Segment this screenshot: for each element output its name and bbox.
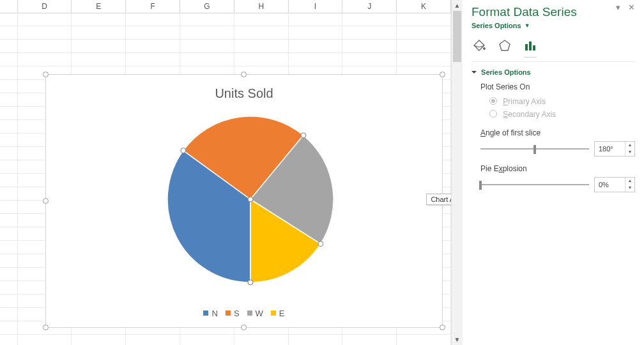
svg-point-2: [181, 148, 186, 153]
resize-handle-nw[interactable]: [43, 72, 49, 77]
vertical-scrollbar[interactable]: ▲ ▼: [451, 0, 463, 345]
spreadsheet-grid[interactable]: D E F G H I J K Units Sold NSWE Chart Ar…: [0, 0, 451, 345]
svg-rect-10: [529, 42, 532, 50]
col-header-j[interactable]: J: [342, 0, 397, 13]
pane-dropdown[interactable]: Series Options ▼: [463, 22, 644, 36]
primary-axis-label-tail: rimary Axis: [508, 97, 546, 106]
collapse-triangle-icon: [471, 71, 477, 73]
explosion-input[interactable]: 0% ▲▼: [594, 177, 635, 192]
col-header-f[interactable]: F: [126, 0, 180, 13]
resize-handle-sw[interactable]: [43, 325, 49, 330]
col-header-h[interactable]: H: [234, 0, 289, 13]
chart-title[interactable]: Units Sold: [46, 86, 442, 101]
legend-swatch: [271, 310, 276, 316]
pane-divider: [471, 61, 635, 62]
col-header-k[interactable]: K: [397, 0, 451, 13]
slider-thumb[interactable]: [533, 145, 536, 154]
spinner[interactable]: ▲▼: [625, 142, 634, 156]
chart-area[interactable]: Units Sold NSWE Chart Area: [45, 74, 443, 328]
spinner[interactable]: ▲▼: [625, 178, 634, 192]
legend-label: S: [234, 309, 240, 318]
svg-marker-8: [500, 40, 510, 50]
svg-rect-9: [525, 44, 528, 50]
col-header-d[interactable]: D: [18, 0, 72, 13]
format-data-series-pane: Format Data Series ▾ ✕ Series Options ▼: [463, 0, 644, 345]
chevron-down-icon: ▼: [525, 22, 530, 29]
svg-point-3: [301, 133, 306, 138]
resize-handle-s[interactable]: [241, 325, 247, 330]
legend-swatch: [203, 310, 208, 316]
pane-menu-icon[interactable]: ▾: [616, 3, 622, 12]
fill-line-tab[interactable]: [471, 38, 487, 52]
effects-tab[interactable]: [497, 38, 512, 52]
svg-point-5: [248, 197, 253, 202]
legend-label: N: [211, 309, 217, 318]
pie-chart[interactable]: [164, 113, 337, 286]
legend-swatch: [226, 310, 231, 316]
legend-label: W: [256, 309, 263, 318]
legend-label: E: [279, 309, 285, 318]
svg-marker-6: [474, 40, 484, 50]
column-headers: D E F G H I J K: [0, 0, 451, 13]
explosion-label: Pie Explosion: [480, 164, 635, 173]
resize-handle-w[interactable]: [43, 198, 49, 204]
plot-series-on-label: Plot Series On: [480, 82, 635, 91]
angle-input[interactable]: 180° ▲▼: [594, 141, 635, 157]
pane-close-controls: ▾ ✕: [616, 3, 636, 12]
legend-swatch: [247, 310, 252, 316]
primary-axis-radio: Primary Axis: [480, 95, 635, 108]
pane-dropdown-label: Series Options: [471, 22, 521, 29]
resize-handle-ne[interactable]: [440, 72, 445, 77]
svg-rect-11: [533, 45, 535, 50]
secondary-axis-label-tail: econdary Axis: [508, 110, 556, 119]
angle-label: Angle of first slice: [480, 128, 635, 137]
resize-handle-se[interactable]: [440, 325, 445, 330]
svg-point-1: [248, 280, 253, 285]
col-header-g[interactable]: G: [180, 0, 234, 13]
col-header-i[interactable]: I: [289, 0, 343, 13]
resize-handle-n[interactable]: [241, 72, 247, 77]
section-title: Series Options: [481, 68, 531, 76]
radio-icon: [489, 97, 497, 105]
angle-slider[interactable]: [480, 148, 589, 150]
col-header-partial[interactable]: [0, 0, 18, 13]
col-header-e[interactable]: E: [72, 0, 126, 13]
scroll-up-arrow-icon[interactable]: ▲: [452, 0, 463, 11]
series-options-section-header[interactable]: Series Options: [463, 63, 644, 80]
angle-value: 180°: [595, 142, 625, 156]
series-options-tab[interactable]: [523, 38, 538, 52]
pane-close-icon[interactable]: ✕: [628, 3, 636, 12]
scroll-thumb[interactable]: [453, 11, 461, 62]
radio-icon: [489, 110, 497, 118]
pane-icon-tabs: [463, 36, 644, 57]
slider-thumb[interactable]: [479, 181, 482, 190]
explosion-slider[interactable]: [480, 184, 589, 185]
scroll-down-arrow-icon[interactable]: ▼: [452, 334, 463, 345]
secondary-axis-radio: Secondary Axis: [480, 108, 635, 121]
svg-point-4: [318, 241, 323, 247]
chart-legend[interactable]: NSWE: [46, 309, 442, 318]
svg-point-7: [483, 47, 486, 50]
explosion-value: 0%: [595, 178, 625, 192]
pane-title: Format Data Series: [471, 5, 577, 19]
